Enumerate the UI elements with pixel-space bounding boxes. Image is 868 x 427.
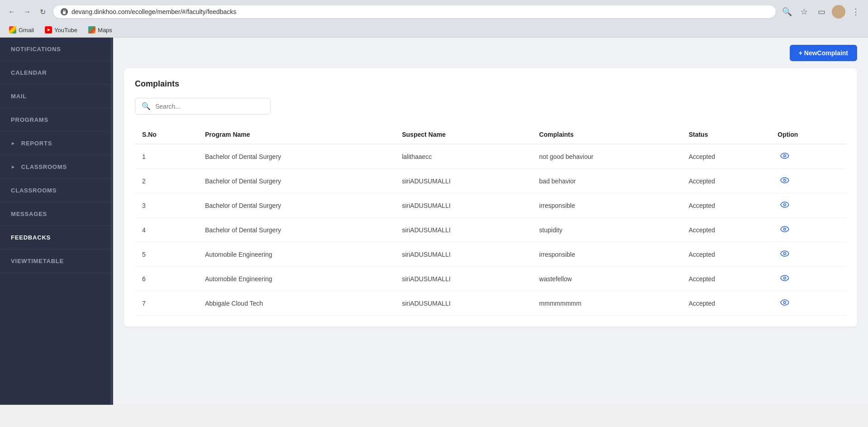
user-avatar[interactable] [832, 5, 845, 19]
sidebar-item-notifications[interactable]: NOTIFICATIONS [0, 38, 113, 61]
sidebar-notifications-label: NOTIFICATIONS [11, 46, 61, 53]
sidebar-item-feedbacks[interactable]: FEEDBACKS [0, 226, 113, 249]
cell-complaint: not good behaviour [532, 144, 681, 169]
cell-status: Accepted [682, 193, 771, 218]
bookmark-button[interactable]: ☆ [797, 5, 811, 19]
bookmark-gmail[interactable]: Gmail [7, 25, 36, 34]
table-row: 3 Bachelor of Dental Surgery siriADUSUMA… [135, 193, 846, 218]
cell-option [770, 144, 846, 169]
sidebar-item-viewtimetable[interactable]: ViewTimeTable [0, 249, 113, 273]
sidebar-item-classrooms[interactable]: CLASSROOMS [0, 179, 113, 202]
browser-chrome: ← → ↻ devang.dinkhoo.com/ecollege/member… [0, 0, 868, 38]
sidebar-item-classrooms-collapsed[interactable]: ► CLASSROOMS [0, 155, 113, 179]
cell-sno: 5 [135, 242, 198, 267]
view-button[interactable] [777, 200, 792, 211]
svg-point-3 [784, 179, 786, 182]
app-layout: NOTIFICATIONS CALENDAR MAIL PROGRAMS ► R… [0, 38, 868, 405]
table-row: 6 Automobile Engineering siriADUSUMALLI … [135, 267, 846, 291]
sidebar-item-calendar[interactable]: CALENDAR [0, 61, 113, 85]
header-row: S.No Program Name Suspect Name Complaint… [135, 125, 846, 144]
cell-status: Accepted [682, 144, 771, 169]
view-button[interactable] [777, 224, 792, 235]
forward-button[interactable]: → [21, 5, 33, 18]
section-title: Complaints [135, 79, 846, 89]
menu-button[interactable]: ⋮ [849, 5, 863, 19]
col-header-program: Program Name [198, 125, 395, 144]
cell-program: Abbigale Cloud Tech [198, 291, 395, 316]
table-row: 2 Bachelor of Dental Surgery siriADUSUMA… [135, 169, 846, 193]
view-button[interactable] [777, 297, 792, 309]
maps-icon [88, 26, 95, 34]
cell-program: Bachelor of Dental Surgery [198, 144, 395, 169]
sidebar-item-mail[interactable]: MAIL [0, 85, 113, 108]
cell-option [770, 218, 846, 242]
cell-option [770, 169, 846, 193]
cell-complaint: wastefellow [532, 267, 681, 291]
cell-suspect: siriADUSUMALLI [395, 218, 532, 242]
cell-option [770, 267, 846, 291]
svg-point-7 [784, 277, 786, 279]
cell-sno: 1 [135, 144, 198, 169]
cell-complaint: irresponsible [532, 193, 681, 218]
chevron-right-icon: ► [11, 141, 16, 146]
url-text: devang.dinkhoo.com/ecollege/member/#/fac… [72, 8, 236, 15]
sidebar-item-reports[interactable]: ► REPORTS [0, 132, 113, 155]
view-button[interactable] [777, 249, 792, 260]
complaints-section: Complaints 🔍 S.No Program Name Suspect N… [124, 68, 857, 326]
cell-status: Accepted [682, 242, 771, 267]
sidebar-classrooms-label: CLASSROOMS [11, 187, 57, 194]
cell-complaint: bad behavior [532, 169, 681, 193]
cell-option [770, 193, 846, 218]
sidebar-item-programs[interactable]: PROGRAMS [0, 108, 113, 132]
cell-status: Accepted [682, 169, 771, 193]
cell-suspect: siriADUSUMALLI [395, 169, 532, 193]
browser-actions: 🔍 ☆ ▭ ⋮ [780, 5, 863, 19]
search-icon: 🔍 [142, 102, 151, 110]
address-bar[interactable]: devang.dinkhoo.com/ecollege/member/#/fac… [53, 5, 776, 18]
search-bar[interactable]: 🔍 [135, 98, 271, 115]
bookmark-maps[interactable]: Maps [86, 25, 114, 34]
cell-program: Bachelor of Dental Surgery [198, 218, 395, 242]
svg-point-6 [784, 253, 786, 255]
view-button[interactable] [777, 175, 792, 187]
search-input[interactable] [155, 103, 264, 110]
col-header-status: Status [682, 125, 771, 144]
bookmark-gmail-label: Gmail [19, 27, 34, 34]
new-complaint-label: + NewComplaint [799, 49, 848, 57]
cell-program: Bachelor of Dental Surgery [198, 193, 395, 218]
cell-suspect: lalithaaecc [395, 144, 532, 169]
table-row: 5 Automobile Engineering siriADUSUMALLI … [135, 242, 846, 267]
complaints-table: S.No Program Name Suspect Name Complaint… [135, 125, 846, 316]
chevron-right-icon-2: ► [11, 164, 16, 169]
cell-sno: 4 [135, 218, 198, 242]
cell-suspect: siriADUSUMALLI [395, 193, 532, 218]
cell-program: Automobile Engineering [198, 267, 395, 291]
search-button[interactable]: 🔍 [780, 5, 794, 19]
sidebar-reports-label: REPORTS [21, 140, 52, 147]
cell-suspect: siriADUSUMALLI [395, 242, 532, 267]
svg-point-4 [784, 204, 786, 206]
sidebar-programs-label: PROGRAMS [11, 116, 48, 123]
reload-button[interactable]: ↻ [36, 5, 49, 18]
new-complaint-button[interactable]: + NewComplaint [790, 45, 857, 61]
sidebar-messages-label: MESSAGES [11, 211, 47, 217]
sidebar-timetable-label: ViewTimeTable [11, 258, 64, 264]
view-button[interactable] [777, 273, 792, 284]
gmail-icon [9, 26, 16, 34]
cell-sno: 6 [135, 267, 198, 291]
table-header: S.No Program Name Suspect Name Complaint… [135, 125, 846, 144]
cell-complaint: mmmmmmmm [532, 291, 681, 316]
bookmark-youtube[interactable]: YouTube [43, 25, 79, 34]
browser-toolbar: ← → ↻ devang.dinkhoo.com/ecollege/member… [0, 0, 868, 24]
sidebar-calendar-label: CALENDAR [11, 69, 47, 76]
cell-suspect: siriADUSUMALLI [395, 291, 532, 316]
sidebar-item-messages[interactable]: MESSAGES [0, 202, 113, 226]
back-button[interactable]: ← [5, 5, 18, 18]
bookmark-maps-label: Maps [98, 27, 112, 34]
cell-program: Bachelor of Dental Surgery [198, 169, 395, 193]
view-button[interactable] [777, 151, 792, 162]
nav-buttons: ← → ↻ [5, 5, 49, 18]
cell-status: Accepted [682, 291, 771, 316]
sidebar-toggle-button[interactable]: ▭ [815, 5, 828, 19]
cell-complaint: stupidity [532, 218, 681, 242]
